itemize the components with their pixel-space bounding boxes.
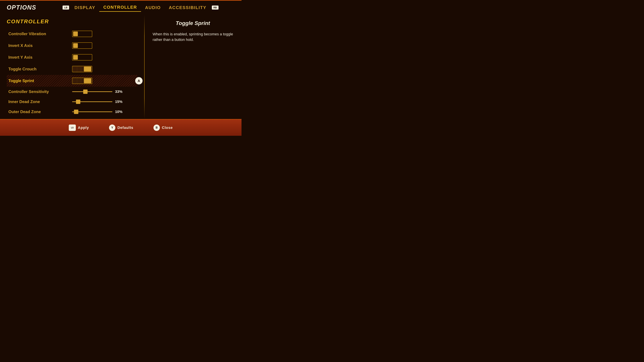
left-panel: CONTROLLER Controller Vibration Invert X… — [0, 15, 144, 119]
right-panel: Toggle Sprint When this is enabled, spri… — [144, 15, 242, 119]
tab-display[interactable]: DISPLAY — [70, 4, 99, 11]
setting-row-right-stick-inner-dead-zone[interactable]: Right Stick Inner Dead Zone 15% — [7, 117, 138, 119]
slider-thumb-inner-dead-zone — [76, 99, 80, 104]
slider-value-outer-dead-zone: 10% — [115, 110, 124, 114]
toggle-thumb-invert-x-axis — [73, 43, 78, 48]
setting-row-invert-y-axis[interactable]: Invert Y Axis — [7, 51, 138, 63]
detail-description: When this is enabled, sprinting becomes … — [152, 31, 233, 42]
slider-controller-sensitivity[interactable]: 33% — [72, 89, 136, 94]
setting-row-controller-vibration[interactable]: Controller Vibration — [7, 28, 138, 40]
tab-accessibility[interactable]: ACCESSIBILITY — [165, 4, 210, 11]
slider-track-outer-dead-zone — [72, 111, 112, 112]
setting-row-invert-x-axis[interactable]: Invert X Axis — [7, 40, 138, 51]
toggle-controller-vibration[interactable] — [72, 31, 92, 37]
bottom-bar: LS Apply Y Defaults B Close — [0, 119, 242, 136]
setting-label-toggle-crouch: Toggle Crouch — [8, 67, 72, 71]
page-title: OPTIONS — [7, 4, 36, 11]
toggle-thumb-invert-y-axis — [73, 55, 78, 60]
apply-label: Apply — [78, 125, 89, 130]
apply-action[interactable]: LS Apply — [69, 124, 89, 131]
slider-value-inner-dead-zone: 15% — [115, 99, 124, 104]
settings-list: Controller Vibration Invert X Axis Inver… — [7, 28, 138, 119]
slider-value-controller-sensitivity: 33% — [115, 89, 124, 94]
toggle-lines-thumb-crouch — [84, 66, 91, 71]
header: OPTIONS LB DISPLAY CONTROLLER AUDIO ACCE… — [0, 0, 242, 15]
close-action[interactable]: B Close — [154, 124, 173, 131]
toggle-toggle-sprint[interactable] — [72, 78, 92, 84]
setting-row-inner-dead-zone[interactable]: Inner Dead Zone 15% — [7, 97, 138, 107]
content-area: CONTROLLER Controller Vibration Invert X… — [0, 15, 242, 119]
setting-label-invert-x-axis: Invert X Axis — [8, 43, 72, 48]
toggle-lines-thumb-sprint — [84, 78, 91, 83]
y-badge: Y — [109, 124, 116, 131]
nav-tabs: LB DISPLAY CONTROLLER AUDIO ACCESSIBILIT… — [46, 3, 235, 12]
detail-title: Toggle Sprint — [152, 20, 233, 26]
defaults-action[interactable]: Y Defaults — [109, 124, 133, 131]
slider-outer-dead-zone[interactable]: 10% — [72, 110, 136, 114]
toggle-thumb-controller-vibration — [73, 31, 78, 36]
setting-row-controller-sensitivity[interactable]: Controller Sensitivity 33% — [7, 87, 138, 97]
toggle-invert-y-axis[interactable] — [72, 54, 92, 60]
section-title: CONTROLLER — [7, 18, 138, 25]
setting-row-toggle-crouch[interactable]: Toggle Crouch — [7, 63, 138, 75]
b-badge: B — [154, 124, 160, 131]
setting-label-invert-y-axis: Invert Y Axis — [8, 55, 72, 60]
close-label: Close — [162, 125, 173, 130]
toggle-toggle-crouch[interactable] — [72, 66, 92, 72]
a-button-badge[interactable]: A — [135, 77, 142, 84]
setting-label-inner-dead-zone: Inner Dead Zone — [8, 99, 72, 104]
slider-track-controller-sensitivity — [72, 91, 112, 92]
tab-controller[interactable]: CONTROLLER — [99, 3, 141, 12]
defaults-label: Defaults — [118, 125, 133, 130]
setting-label-outer-dead-zone: Outer Dead Zone — [8, 109, 72, 114]
setting-label-controller-sensitivity: Controller Sensitivity — [8, 89, 72, 94]
slider-thumb-outer-dead-zone — [74, 110, 78, 114]
ls-badge: LS — [69, 124, 76, 131]
setting-label-toggle-sprint: Toggle Sprint — [8, 78, 72, 83]
setting-row-toggle-sprint[interactable]: Toggle Sprint A — [7, 75, 138, 87]
slider-inner-dead-zone[interactable]: 15% — [72, 99, 136, 104]
tab-audio[interactable]: AUDIO — [141, 4, 165, 11]
setting-label-controller-vibration: Controller Vibration — [8, 31, 72, 36]
panel-divider — [144, 15, 144, 119]
slider-thumb-controller-sensitivity — [83, 89, 88, 94]
lb-bump[interactable]: LB — [62, 5, 69, 9]
toggle-invert-x-axis[interactable] — [72, 42, 92, 49]
rb-bump[interactable]: RB — [212, 5, 218, 9]
setting-row-outer-dead-zone[interactable]: Outer Dead Zone 10% — [7, 107, 138, 117]
slider-track-inner-dead-zone — [72, 101, 112, 102]
